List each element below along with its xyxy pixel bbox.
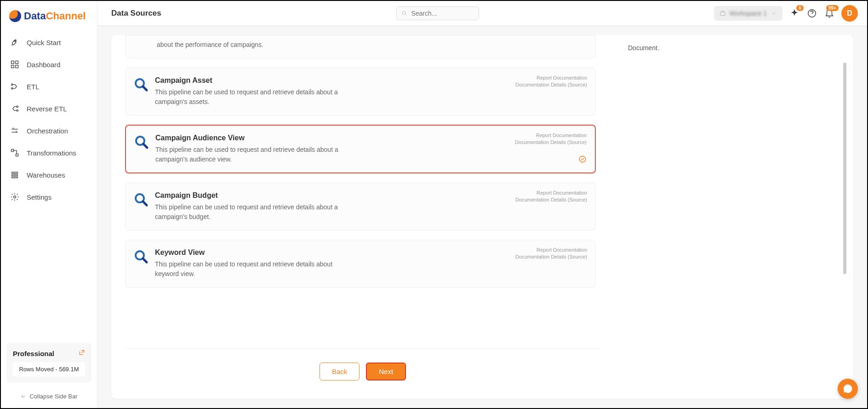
report-doc-link[interactable]: Report Documentation: [515, 75, 587, 81]
nav: Quick Start Dashboard ETL Reverse ETL Or…: [1, 31, 97, 343]
svg-point-5: [11, 84, 13, 85]
search-input-wrap[interactable]: [396, 6, 479, 20]
avatar[interactable]: D: [841, 5, 858, 22]
logo[interactable]: DataChannel: [1, 6, 97, 31]
svg-point-25: [849, 388, 850, 389]
main: Data Sources Workspace 1 6: [97, 1, 867, 408]
doc-details-link[interactable]: Documentation Details (Source): [515, 196, 587, 203]
scrollbar[interactable]: [843, 63, 846, 274]
logo-text-2: Channel: [46, 10, 86, 22]
svg-rect-2: [16, 61, 18, 64]
svg-rect-12: [11, 174, 17, 176]
doc-details-link[interactable]: Documentation Details (Source): [515, 81, 587, 88]
card-desc: This pipeline can be used to request and…: [155, 87, 348, 107]
database-icon: [10, 170, 19, 179]
sidebar-item-warehouses[interactable]: Warehouses: [5, 164, 93, 186]
card-desc: This pipeline can be used to request and…: [155, 259, 348, 279]
orchestration-icon: [10, 126, 19, 135]
search-input[interactable]: [411, 10, 474, 17]
report-doc-link[interactable]: Report Documentation: [515, 132, 587, 139]
notification-button[interactable]: 99+: [824, 8, 835, 19]
svg-point-7: [17, 106, 18, 107]
svg-point-20: [579, 156, 586, 162]
notification-badge: 99+: [826, 5, 839, 11]
magnifier-icon: [134, 77, 148, 92]
svg-point-0: [15, 40, 16, 42]
sidebar-item-dashboard[interactable]: Dashboard: [5, 53, 93, 75]
workspace-selector[interactable]: Workspace 1: [714, 6, 782, 21]
rocket-icon: [10, 38, 19, 47]
svg-rect-16: [720, 12, 725, 16]
cards-list[interactable]: about the performance of campaigns. Camp…: [125, 35, 600, 344]
report-doc-link[interactable]: Report Documentation: [515, 190, 587, 196]
sidebar-item-reverse-etl[interactable]: Reverse ETL: [5, 98, 93, 120]
logo-text-1: Data: [24, 10, 46, 22]
chevron-down-icon: [771, 10, 777, 17]
svg-rect-13: [11, 177, 17, 178]
workspace-name: Workspace 1: [730, 10, 767, 17]
chat-icon: [843, 384, 853, 394]
search-icon: [401, 10, 408, 17]
svg-point-14: [14, 196, 16, 198]
card-desc: about the performance of campaigns.: [134, 40, 587, 50]
sidebar-item-label: Dashboard: [27, 61, 60, 69]
help-button[interactable]: [806, 8, 817, 19]
magnifier-icon: [134, 135, 149, 150]
collapse-label: Collapse Side Bar: [29, 393, 77, 400]
pipeline-card-campaign-asset[interactable]: Campaign Asset This pipeline can be used…: [125, 68, 596, 115]
doc-details-link[interactable]: Documentation Details (Source): [515, 139, 587, 146]
pipeline-card-campaign-audience-view[interactable]: Campaign Audience View This pipeline can…: [125, 125, 596, 173]
svg-point-6: [11, 88, 13, 89]
doc-details-link[interactable]: Documentation Details (Source): [515, 253, 587, 260]
magnifier-icon: [134, 192, 148, 207]
sidebar-item-label: Settings: [27, 193, 51, 201]
sidebar-item-transformations[interactable]: Transformations: [5, 142, 93, 164]
sidebar-item-settings[interactable]: Settings: [5, 186, 93, 208]
external-link-icon[interactable]: [79, 349, 85, 357]
card-desc: This pipeline can be used to request and…: [155, 145, 348, 164]
content-panel: about the performance of campaigns. Camp…: [111, 35, 853, 399]
check-icon: [578, 155, 587, 165]
svg-rect-9: [11, 150, 14, 152]
sidebar-item-etl[interactable]: ETL: [5, 75, 93, 98]
sidebar-item-label: Quick Start: [27, 39, 61, 46]
svg-point-8: [17, 110, 18, 111]
pipeline-card-partial[interactable]: about the performance of campaigns.: [125, 35, 596, 58]
svg-point-23: [845, 388, 846, 389]
gear-icon: [10, 192, 19, 202]
briefcase-icon: [720, 10, 726, 17]
svg-rect-1: [11, 61, 14, 64]
pipeline-card-campaign-budget[interactable]: Campaign Budget This pipeline can be use…: [125, 183, 596, 230]
details-panel: Document.: [614, 35, 853, 399]
flow-icon: [10, 82, 19, 91]
report-doc-link[interactable]: Report Documentation: [515, 247, 587, 253]
button-row: Back Next: [125, 348, 600, 399]
svg-point-24: [847, 388, 848, 389]
pipeline-card-keyword-view[interactable]: Keyword View This pipeline can be used t…: [125, 240, 596, 288]
plan-title: Professional: [13, 350, 54, 357]
sidebar-item-label: Reverse ETL: [27, 105, 67, 113]
svg-rect-10: [16, 154, 18, 156]
topbar: Data Sources Workspace 1 6: [97, 1, 867, 26]
collapse-sidebar-button[interactable]: Collapse Side Bar: [6, 389, 91, 403]
sidebar-item-quick-start[interactable]: Quick Start: [5, 31, 93, 53]
sidebar-item-label: ETL: [27, 83, 40, 91]
svg-rect-3: [11, 65, 14, 68]
logo-icon: [9, 10, 21, 22]
sidebar-item-label: Transformations: [27, 149, 76, 157]
sidebar-item-label: Warehouses: [27, 171, 65, 179]
sidebar: DataChannel Quick Start Dashboard ETL Re…: [1, 1, 97, 408]
rows-moved: Rows Moved - 569.1M: [13, 362, 85, 376]
details-text: Document.: [628, 44, 659, 52]
reverse-flow-icon: [10, 104, 19, 113]
chat-fab[interactable]: [838, 379, 858, 399]
sidebar-item-orchestration[interactable]: Orchestration: [5, 120, 93, 142]
ai-sparkle-button[interactable]: 6: [789, 8, 800, 19]
ai-badge: 6: [796, 5, 804, 11]
svg-rect-4: [16, 65, 18, 68]
page-title: Data Sources: [111, 9, 161, 18]
grid-icon: [10, 60, 19, 69]
back-button[interactable]: Back: [320, 363, 360, 380]
next-button[interactable]: Next: [366, 363, 406, 380]
svg-point-15: [402, 11, 405, 14]
